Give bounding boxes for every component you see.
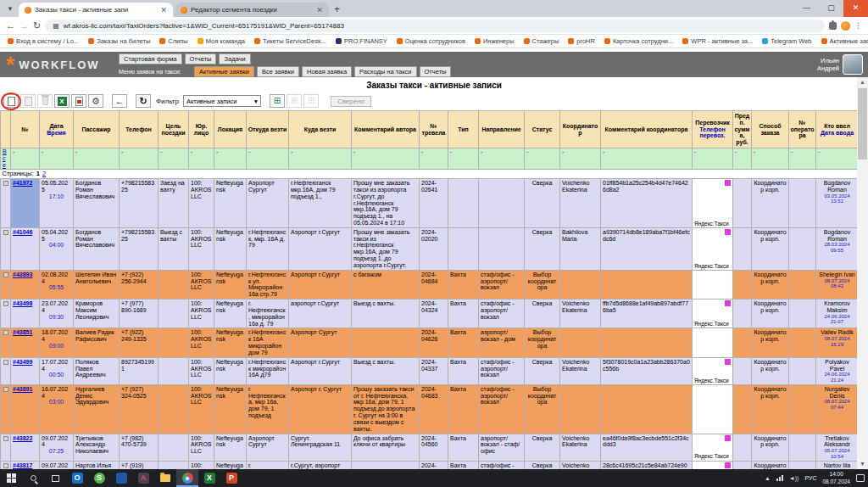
window-minimize-button[interactable]: —	[794, 0, 819, 17]
filter-cell[interactable]: -	[11, 148, 40, 169]
column-header[interactable]: Комментарий координатора	[601, 111, 693, 148]
row-select-cell[interactable]	[1, 357, 11, 384]
order-link[interactable]: #41046	[13, 229, 32, 235]
site-info-icon[interactable]: ▦	[53, 22, 59, 30]
file-explorer-icon[interactable]	[154, 469, 176, 487]
aggregate-button-2[interactable]: ⊞	[287, 94, 302, 108]
settings-button[interactable]: ⚙	[88, 94, 103, 108]
column-header[interactable]: Статус	[525, 111, 560, 148]
order-link[interactable]: #43499	[13, 359, 32, 365]
bookmark-item[interactable]: Telegram Web	[762, 37, 811, 45]
filter-cell[interactable]: -	[525, 148, 560, 169]
row-select-cell[interactable]	[1, 434, 11, 461]
export-pdf-button[interactable]	[71, 94, 86, 108]
bookmark-item[interactable]: PRO.FINANSY	[336, 37, 387, 45]
column-header[interactable]: Локация	[214, 111, 247, 148]
task-view-icon[interactable]	[44, 469, 66, 487]
browser-tab-active[interactable]: Заказы такси - активные запи ✕	[19, 3, 173, 17]
bookmark-item[interactable]: Тикеты ServiceDesk...	[254, 37, 326, 45]
filter-cell[interactable]: -	[40, 148, 74, 169]
language-indicator[interactable]: РУС	[804, 475, 816, 481]
order-link[interactable]: #43822	[13, 435, 32, 441]
row-select-cell[interactable]	[1, 461, 11, 469]
tab-tasks[interactable]: Задачи	[219, 53, 250, 64]
column-header[interactable]: Телефон	[120, 111, 159, 148]
table-row[interactable]: #4389302.08.202405:55Шелепин Иван Анатол…	[1, 270, 859, 299]
bookmark-item[interactable]: Слипы	[159, 37, 187, 45]
filter-cell[interactable]: -	[448, 148, 479, 169]
filter-cell[interactable]: -	[289, 148, 352, 169]
skype-icon[interactable]: S	[88, 469, 110, 487]
filter-cell[interactable]: -	[214, 148, 247, 169]
tab-reports[interactable]: Отчеты	[420, 66, 452, 77]
table-row[interactable]: #4381709.07.202402:00Нартов Илья Виталье…	[1, 461, 859, 469]
app-icon-1[interactable]	[110, 469, 132, 487]
new-record-button[interactable]	[3, 94, 19, 108]
browser-menu-icon[interactable]: ⋮	[854, 21, 862, 30]
column-header[interactable]: Юр. лицо	[189, 111, 214, 148]
column-header[interactable]: Способ заказа	[752, 111, 789, 148]
powerpoint-icon[interactable]: P	[220, 469, 242, 487]
vertical-scrollbar[interactable]: ▲ ▼	[857, 77, 868, 469]
excel-icon[interactable]: X	[198, 469, 220, 487]
filter-cell[interactable]: -	[733, 148, 752, 169]
column-header[interactable]: Тип	[448, 111, 479, 148]
page-link[interactable]: 2	[42, 170, 46, 177]
tab-all-orders[interactable]: Все заявки	[257, 66, 299, 77]
extensions-icon[interactable]	[829, 22, 837, 30]
network-icon[interactable]	[776, 475, 783, 481]
bookmark-item[interactable]: Оценка сотрудников	[397, 37, 465, 45]
row-checkbox[interactable]	[3, 272, 8, 277]
column-header[interactable]: Кто ввелДата ввода	[816, 111, 859, 148]
column-header[interactable]: № оператора	[789, 111, 816, 148]
tab-active-orders[interactable]: Активные заявки	[194, 66, 254, 77]
tab-reports-top[interactable]: Отчеты	[185, 53, 217, 64]
column-header[interactable]: Куда везти	[289, 111, 352, 148]
back-icon[interactable]: ←	[6, 21, 15, 31]
app-icon-2[interactable]: A	[132, 469, 154, 487]
browser-tab-inactive[interactable]: Редактор сегмента поездки ✕	[175, 3, 329, 17]
row-select-cell[interactable]	[1, 227, 11, 270]
new-tab-button[interactable]: +	[334, 3, 340, 15]
order-link[interactable]: #43851	[13, 329, 32, 335]
row-checkbox[interactable]	[3, 360, 8, 365]
tab-close-icon[interactable]: ✕	[160, 6, 167, 14]
column-header[interactable]: Пассажир	[74, 111, 120, 148]
copy-record-button[interactable]	[20, 94, 36, 108]
outlook-icon[interactable]: O	[66, 469, 88, 487]
search-icon[interactable]	[22, 469, 44, 487]
table-row[interactable]: #4349917.07.202400:50Поляков Павел Андре…	[1, 357, 859, 384]
column-header[interactable]	[1, 111, 11, 148]
browser-profile-avatar[interactable]	[841, 21, 850, 31]
bookmark-item[interactable]: Стажеры	[524, 37, 559, 45]
row-checkbox[interactable]	[3, 436, 8, 441]
order-link[interactable]: #43817	[13, 462, 32, 468]
table-row[interactable]: #4389116.07.202403:00Нургалиев Денис Эду…	[1, 384, 859, 434]
table-row[interactable]: #4385118.07.202409:00Валиев Радик Рафисо…	[1, 328, 859, 357]
scrollbar-thumb[interactable]	[858, 88, 867, 160]
column-header[interactable]: Направление	[479, 111, 525, 148]
scroll-up-icon[interactable]: ▲	[857, 77, 868, 87]
filter-cell[interactable]: -	[789, 148, 816, 169]
refresh-button[interactable]: ↻	[136, 94, 151, 108]
column-header[interactable]: Цель поездки	[159, 111, 189, 148]
filter-cell[interactable]: -	[120, 148, 159, 169]
column-header[interactable]: Предп. сумма, руб.	[733, 111, 752, 148]
clock[interactable]: 14:00 08.07.2024	[822, 471, 850, 484]
table-row[interactable]: #4382209.07.202407:25Третьяков Александр…	[1, 434, 859, 461]
filter-cell[interactable]: -	[560, 148, 601, 169]
filter-select[interactable]: Активные записи ▾	[183, 95, 261, 107]
verified-button[interactable]: Сверено	[331, 96, 371, 107]
scroll-down-icon[interactable]: ▼	[857, 459, 868, 469]
order-link[interactable]: #41972	[13, 180, 32, 186]
row-select-cell[interactable]	[1, 328, 11, 357]
row-checkbox[interactable]	[3, 301, 8, 306]
filter-cell[interactable]: -	[247, 148, 289, 169]
table-row[interactable]: #4197205.05.202517:10Богданов Роман Вяче…	[1, 179, 859, 228]
back-button[interactable]: ←	[112, 94, 127, 108]
row-select-cell[interactable]	[1, 384, 11, 434]
bookmark-item[interactable]: WPR - активные за...	[682, 37, 753, 45]
tab-taxi-expenses[interactable]: Расходы на такси	[354, 66, 416, 77]
order-link[interactable]: #43498	[13, 300, 32, 306]
filter-cell[interactable]: -	[420, 148, 448, 169]
